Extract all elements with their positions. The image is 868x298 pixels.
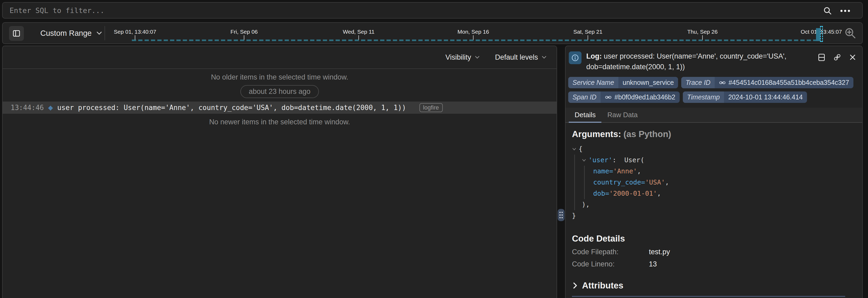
relative-time-badge[interactable]: about 23 hours ago xyxy=(240,85,319,98)
code-lineno-value: 13 xyxy=(649,260,657,268)
zoom-in-icon[interactable] xyxy=(844,27,857,40)
code-token: : User( xyxy=(612,155,644,166)
log-timestamp: 13:44:46 xyxy=(10,104,44,111)
code-token: , xyxy=(657,188,661,199)
timeline-tick xyxy=(473,35,473,40)
timeline-axis[interactable]: Sep 01, 13:40:07 Fri, Sep 06 Wed, Sep 11… xyxy=(106,23,838,43)
section-divider xyxy=(572,296,845,297)
no-older-items-text: No older items in the selected time wind… xyxy=(3,73,557,81)
visibility-menu-label: Visibility xyxy=(445,53,471,62)
log-message: user processed: User(name='Anne', countr… xyxy=(57,104,406,111)
close-icon[interactable] xyxy=(849,54,856,61)
default-levels-label: Default levels xyxy=(495,53,538,62)
timeline-tick xyxy=(359,35,359,40)
span-id-value: #b0f0d9ed1ab346b2 xyxy=(614,93,675,101)
detail-title: Log: user processed: User(name='Anne', c… xyxy=(586,51,799,72)
copy-link-icon[interactable] xyxy=(833,53,841,62)
code-token-key: country_code= xyxy=(593,177,645,188)
timeline-tick-label: Fri, Sep 06 xyxy=(230,29,258,35)
service-name-badge: Service Name unknown_service xyxy=(568,77,678,88)
sidebar-toggle-button[interactable] xyxy=(9,26,24,41)
badge-label: Trace ID xyxy=(681,77,715,88)
timeline-selection-region[interactable] xyxy=(820,26,823,42)
badge-label: Service Name xyxy=(568,77,618,88)
code-lineno-label: Code Lineno: xyxy=(572,260,649,268)
chevron-down-icon xyxy=(541,54,547,60)
timeline-tick xyxy=(135,35,135,40)
chevron-down-icon xyxy=(96,30,103,37)
badge-value: 2024-10-01 13:44:46.414 xyxy=(724,92,807,103)
arguments-code-tree: { 'user': User( name='Anne', country_cod… xyxy=(572,143,856,221)
timestamp-badge: Timestamp 2024-10-01 13:44:46.414 xyxy=(683,92,807,103)
detail-tabs: Details Raw Data xyxy=(565,108,862,123)
code-filepath-value: test.py xyxy=(649,248,670,256)
timeline-histogram-bar[interactable] xyxy=(816,28,820,41)
chevron-right-icon xyxy=(572,282,578,289)
attributes-heading: Attributes xyxy=(582,280,623,291)
arguments-heading-text: Arguments: xyxy=(572,129,621,139)
panel-left-icon xyxy=(12,29,21,38)
search-icon[interactable] xyxy=(823,6,833,15)
badge-label: Timestamp xyxy=(683,92,724,103)
log-tag-badge: logfire xyxy=(420,103,443,112)
attributes-section-toggle[interactable]: Attributes xyxy=(572,280,856,291)
code-filepath-label: Code Filepath: xyxy=(572,248,649,256)
no-newer-items-text: No newer items in the selected time wind… xyxy=(3,118,557,126)
tab-details[interactable]: Details xyxy=(569,108,601,122)
timeline-tick xyxy=(244,35,244,40)
timeline-bar: Custom Range Sep 01, 13:40:07 Fri, Sep 0… xyxy=(2,22,863,44)
timeline-tick-label: Sep 01, 13:40:07 xyxy=(114,29,156,35)
code-token: , xyxy=(637,166,641,177)
info-level-icon xyxy=(569,52,582,64)
detail-title-prefix: Log: xyxy=(586,52,602,60)
arguments-subheading: (as Python) xyxy=(623,129,671,139)
default-levels-menu[interactable]: Default levels xyxy=(495,53,547,62)
code-filepath-row: Code Filepath: test.py xyxy=(572,248,856,256)
detail-content: Arguments: (as Python) { 'user': User( n… xyxy=(565,123,862,297)
badge-value: unknown_service xyxy=(618,77,678,88)
code-token-string: 'USA' xyxy=(645,177,665,188)
code-details-heading: Code Details xyxy=(572,234,856,244)
log-level-diamond-icon: ◆ xyxy=(48,104,53,111)
code-token: { xyxy=(579,143,583,155)
panel-resize-handle[interactable] xyxy=(558,209,564,221)
time-range-label: Custom Range xyxy=(40,29,92,38)
arguments-heading: Arguments: (as Python) xyxy=(572,129,856,139)
log-row[interactable]: 13:44:46 ◆ user processed: User(name='An… xyxy=(3,102,557,114)
timeline-baseline xyxy=(132,39,816,41)
span-id-badge[interactable]: Span ID #b0f0d9ed1ab346b2 xyxy=(568,92,680,103)
panel-layout-icon[interactable] xyxy=(817,53,826,62)
log-list-toolbar: Visibility Default levels xyxy=(3,46,557,69)
collapse-chevron-icon[interactable] xyxy=(572,147,577,152)
code-token: ), xyxy=(582,199,590,210)
collapse-chevron-icon[interactable] xyxy=(582,158,586,163)
chevron-down-icon xyxy=(474,54,480,60)
tab-raw-data[interactable]: Raw Data xyxy=(601,108,643,122)
time-range-selector[interactable]: Custom Range xyxy=(40,23,103,43)
timeline-tick-label: Mon, Sep 16 xyxy=(457,29,489,35)
code-token-key: name= xyxy=(593,166,613,177)
sql-filter-input[interactable] xyxy=(3,3,862,18)
more-options-icon[interactable] xyxy=(839,8,851,13)
code-token: , xyxy=(665,177,669,188)
code-token-string: 'Anne' xyxy=(613,166,637,177)
drag-dots-icon xyxy=(558,211,564,219)
timeline-tick xyxy=(588,35,588,40)
code-token-key: dob= xyxy=(593,188,609,199)
badge-label: Span ID xyxy=(568,92,600,103)
code-details-rows: Code Filepath: test.py Code Lineno: 13 xyxy=(572,248,856,268)
divider xyxy=(104,26,105,40)
log-detail-panel: Log: user processed: User(name='Anne', c… xyxy=(565,45,863,298)
sql-filter-bar xyxy=(2,2,863,19)
visibility-menu[interactable]: Visibility xyxy=(445,53,480,62)
detail-header: Log: user processed: User(name='Anne', c… xyxy=(565,46,862,74)
timeline-tick-label: Sat, Sep 21 xyxy=(573,29,602,35)
code-token: } xyxy=(572,210,576,221)
timeline-tick-label: Thu, Sep 26 xyxy=(687,29,718,35)
link-icon xyxy=(719,79,726,86)
link-icon xyxy=(605,94,612,101)
code-token-key: 'user' xyxy=(588,155,612,166)
trace-id-badge[interactable]: Trace ID #454514c0168a455a51bb4ceba354c3… xyxy=(681,77,854,88)
detail-title-text: user processed: User(name='Anne', countr… xyxy=(586,52,786,71)
metadata-badges: Service Name unknown_service Trace ID #4… xyxy=(565,74,862,103)
